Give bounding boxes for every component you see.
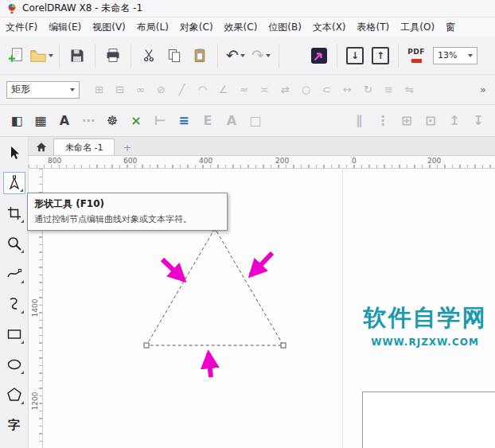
- import-button[interactable]: ↓: [343, 41, 367, 70]
- home-tab-button[interactable]: [33, 139, 50, 155]
- redo-icon: ↷: [251, 48, 264, 63]
- shape-preset-combo[interactable]: 矩形: [6, 81, 80, 99]
- caret-down-icon[interactable]: [266, 54, 271, 57]
- zoom-tool-icon: [6, 236, 22, 251]
- node-handle-right[interactable]: [281, 343, 286, 348]
- freehand-tool[interactable]: [3, 263, 25, 285]
- symmetric-node-icon[interactable]: ≍: [255, 80, 274, 99]
- menu-view[interactable]: 视图(V): [87, 21, 131, 34]
- print-icon: [105, 48, 121, 64]
- menu-bitmaps[interactable]: 位图(B): [263, 21, 307, 34]
- document-close-icon[interactable]: ×: [126, 111, 146, 131]
- redo-button[interactable]: ↷: [249, 41, 273, 70]
- menu-tools[interactable]: 工具(O): [395, 21, 440, 34]
- menu-effects[interactable]: 效果(C): [219, 21, 263, 34]
- to-front-icon[interactable]: ↥: [444, 111, 465, 131]
- zoom-level-value: 13%: [438, 50, 457, 60]
- node-handle-left[interactable]: [144, 343, 149, 348]
- toolbar-overflow-chevron[interactable]: »: [477, 84, 489, 95]
- home-icon: [36, 142, 47, 153]
- toolbar-separator: [398, 44, 399, 68]
- align-objects-icon[interactable]: ∥: [349, 111, 369, 131]
- text-toolbar-right: ∥⋮⊞⊡↥↧: [349, 111, 489, 131]
- break-curve-icon[interactable]: ⊘: [152, 80, 170, 99]
- stretch-nodes-icon[interactable]: ↔: [338, 80, 357, 99]
- shape-tool[interactable]: [3, 172, 25, 194]
- node-edit-icons: ⊞⊟∞⊘╱◠∠≈≍⇄○⊂↔↻≡⇋: [90, 80, 419, 99]
- reflect-nodes-icon[interactable]: ⇋: [400, 80, 419, 99]
- save-button[interactable]: [65, 41, 89, 70]
- document-tab-label: 未命名 -1: [65, 142, 103, 154]
- rectangle-tool[interactable]: [3, 323, 25, 345]
- align-nodes-icon[interactable]: ≡: [380, 80, 398, 99]
- crop-tool[interactable]: [3, 202, 25, 224]
- paste-icon: [192, 48, 208, 64]
- menu-object[interactable]: 对象(C): [174, 21, 219, 34]
- smooth-node-icon[interactable]: ≈: [235, 80, 253, 99]
- caret-down-icon[interactable]: [240, 54, 245, 57]
- publish-pdf-button[interactable]: PDF: [404, 41, 428, 70]
- close-curve-icon[interactable]: ○: [297, 80, 315, 99]
- cusp-node-icon[interactable]: ∠: [214, 80, 232, 99]
- convert-to-curve-icon[interactable]: ◠: [193, 80, 212, 99]
- options-gear-icon[interactable]: ☸: [102, 111, 123, 131]
- menu-edit[interactable]: 编辑(E): [43, 21, 87, 34]
- text-cursor-icon[interactable]: ⋯: [78, 111, 99, 131]
- new-tab-button[interactable]: +: [118, 139, 136, 155]
- edit-text-icon[interactable]: E: [197, 111, 218, 131]
- bezier-tool[interactable]: [3, 293, 25, 315]
- new-document-button[interactable]: [4, 41, 28, 70]
- text-tool-icon: 字: [8, 418, 20, 433]
- distribute-objects-icon[interactable]: ⋮: [372, 111, 393, 131]
- rotate-nodes-icon[interactable]: ↻: [359, 80, 377, 99]
- property-bar: 矩形 ⊞⊟∞⊘╱◠∠≈≍⇄○⊂↔↻≡⇋ »: [0, 75, 495, 105]
- menu-file[interactable]: 文件(F): [0, 21, 43, 34]
- menu-layout[interactable]: 布局(L): [131, 21, 174, 34]
- fit-text-icon[interactable]: A: [221, 111, 242, 131]
- export-button[interactable]: ↑: [368, 41, 392, 70]
- text-frame-icon[interactable]: □: [245, 111, 266, 131]
- align-text-icon[interactable]: ≡: [173, 111, 194, 131]
- pick-tool[interactable]: [3, 142, 25, 164]
- polygon-tool-icon: [6, 387, 22, 403]
- caret-down-icon: [468, 54, 473, 57]
- group-objects-icon[interactable]: ⊞: [396, 111, 417, 131]
- zoom-tool[interactable]: [3, 232, 25, 255]
- fill-tool-icon[interactable]: ◧: [6, 111, 27, 131]
- zoom-level-combo[interactable]: 13%: [433, 47, 477, 64]
- convert-to-line-icon[interactable]: ╱: [173, 80, 191, 99]
- polygon-tool[interactable]: [3, 384, 25, 406]
- copy-icon: [166, 48, 182, 64]
- open-button[interactable]: [29, 41, 53, 70]
- annotation-arrow-left: [162, 259, 184, 280]
- text-ruler-icon[interactable]: ⊢: [150, 111, 170, 131]
- pdf-flag-icon: [411, 59, 422, 63]
- menu-window[interactable]: 窗: [440, 21, 461, 34]
- undo-button[interactable]: ↶: [224, 41, 248, 70]
- graph-paper-icon[interactable]: ▦: [30, 111, 51, 131]
- paste-button[interactable]: [188, 41, 212, 70]
- ellipse-tool[interactable]: [3, 353, 25, 376]
- triangle-shape[interactable]: [146, 228, 283, 345]
- document-tab[interactable]: 未命名 -1: [53, 138, 115, 155]
- launch-button[interactable]: [307, 41, 331, 70]
- extract-subpath-icon[interactable]: ⊂: [318, 80, 336, 99]
- toolbar-separator: [279, 44, 279, 68]
- print-button[interactable]: [101, 41, 125, 70]
- text-tool[interactable]: 字: [3, 414, 25, 436]
- caret-down-icon[interactable]: [49, 54, 53, 57]
- horizontal-ruler[interactable]: 800 600 400 200 0 200: [29, 156, 495, 169]
- menu-text[interactable]: 文本(X): [307, 21, 352, 34]
- format-text-icon[interactable]: A: [54, 111, 75, 131]
- cut-button[interactable]: [137, 41, 161, 70]
- reverse-direction-icon[interactable]: ⇄: [276, 80, 294, 99]
- hruler-label: 200: [275, 157, 289, 165]
- delete-node-icon[interactable]: ⊟: [111, 80, 129, 99]
- to-back-icon[interactable]: ↧: [468, 111, 489, 131]
- menu-table[interactable]: 表格(T): [352, 21, 396, 34]
- coreldraw-window: CorelDRAW X8 - 未命名 -1 文件(F)编辑(E)视图(V)布局(…: [0, 0, 495, 448]
- ungroup-objects-icon[interactable]: ⊡: [420, 111, 441, 131]
- join-nodes-icon[interactable]: ∞: [131, 80, 150, 99]
- copy-button[interactable]: [162, 41, 186, 70]
- add-node-icon[interactable]: ⊞: [90, 80, 108, 99]
